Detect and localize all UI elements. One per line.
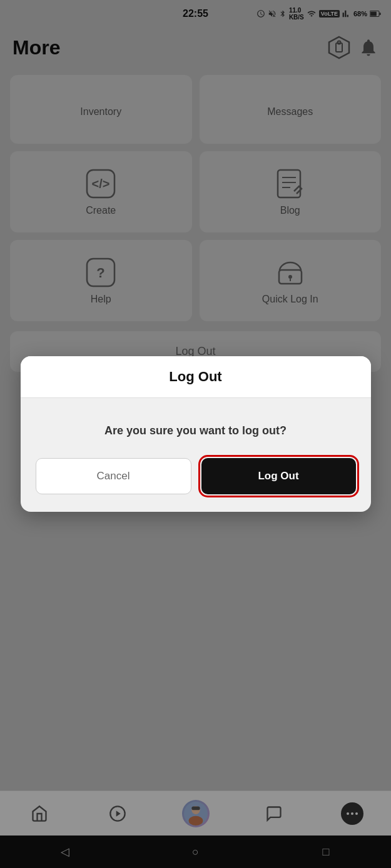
modal-overlay: Log Out Are you sure you want to log out…	[0, 0, 391, 868]
logout-modal: Log Out Are you sure you want to log out…	[21, 356, 371, 511]
confirm-logout-button[interactable]: Log Out	[201, 458, 356, 494]
modal-buttons: Cancel Log Out	[21, 458, 371, 512]
modal-header: Log Out	[21, 356, 371, 398]
modal-body: Are you sure you want to log out?	[21, 398, 371, 457]
modal-title: Log Out	[169, 369, 221, 384]
modal-message: Are you sure you want to log out?	[104, 424, 287, 437]
cancel-button[interactable]: Cancel	[36, 458, 191, 494]
